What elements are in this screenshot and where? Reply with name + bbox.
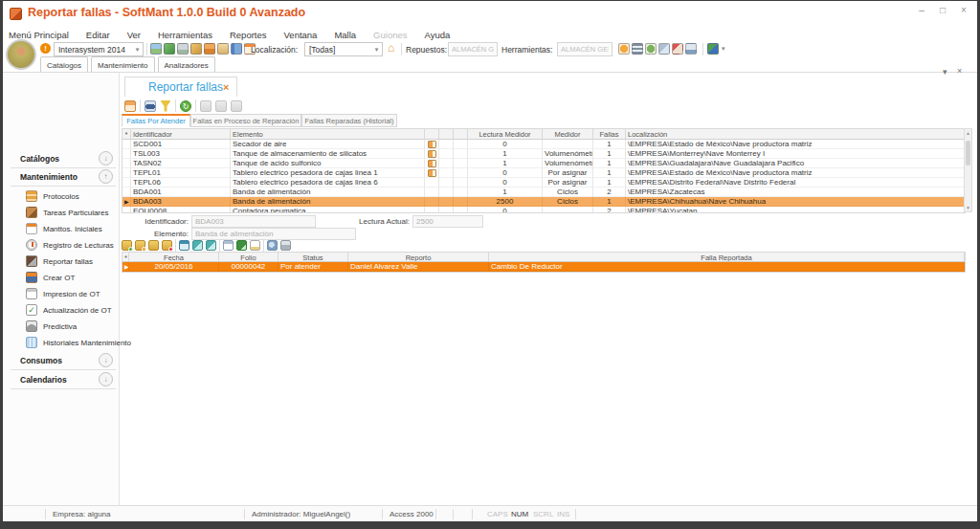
maximize-button[interactable]: □: [936, 5, 949, 15]
sidebar-item-historiales-mantenimiento[interactable]: Historiales Mantenimiento: [26, 337, 131, 348]
table-row[interactable]: SCD001 Secador de aire 0 1 \EMPRESA\Esta…: [122, 140, 965, 149]
list-icon[interactable]: [632, 43, 643, 55]
col-falla-reportada[interactable]: Falla Reportada: [489, 253, 965, 262]
scroll-down-icon[interactable]: ▼: [965, 205, 971, 210]
print-icon[interactable]: [280, 240, 291, 251]
sidebar-item-predictiva[interactable]: Predictiva: [26, 320, 77, 332]
sidebar-section-calendarios[interactable]: Calendarios: [20, 375, 67, 385]
collapse-arrow-icon[interactable]: ↓: [99, 151, 113, 165]
col-elemento[interactable]: Elemento: [231, 129, 425, 140]
tools-icon[interactable]: [190, 43, 202, 55]
book-icon[interactable]: [231, 43, 242, 55]
sidebar-item-tareas-particulares[interactable]: Tareas Particulares: [26, 207, 108, 218]
table-row[interactable]: TSL003 Tanque de almacenamiento de silic…: [122, 149, 965, 159]
close-button[interactable]: ×: [957, 5, 970, 15]
table-row[interactable]: TASN02 Tanque de acido sulfonico 1 Volum…: [122, 159, 965, 168]
table-row[interactable]: BDA001 Banda de alimentación 1 Ciclos 2 …: [122, 187, 965, 197]
table-row-selected[interactable]: ▶ 20/05/2016 00000042 Por atender Daniel…: [122, 262, 965, 272]
col-localizacion[interactable]: Localización: [626, 129, 965, 140]
menu-malla[interactable]: Malla: [333, 28, 357, 42]
tab-analizadores[interactable]: Analizadores: [158, 56, 215, 73]
sidebar-item-manttos-iniciales[interactable]: Manttos. Iniciales: [26, 223, 102, 234]
export-icon[interactable]: [685, 43, 697, 55]
home-icon[interactable]: ⌂: [388, 42, 394, 54]
preview-icon[interactable]: [267, 240, 278, 251]
chevron-down-icon[interactable]: ▾: [722, 45, 725, 53]
layers-icon[interactable]: [204, 43, 215, 55]
col-status[interactable]: Status: [278, 253, 348, 262]
tab-close-icon[interactable]: ×: [223, 81, 229, 93]
col-folio[interactable]: Folio: [219, 253, 278, 262]
repuestos-input[interactable]: [448, 42, 498, 56]
users-icon[interactable]: [164, 43, 175, 55]
menu-herramientas[interactable]: Herramientas: [157, 28, 213, 42]
sidebar-item-impresion-de-ot[interactable]: Impresion de OT: [26, 288, 100, 299]
add-record-icon[interactable]: [122, 240, 132, 251]
subtab-fallas-reparadas[interactable]: Fallas Reparadas (Historial): [301, 114, 397, 127]
sidebar-item-registro-de-lecturas[interactable]: Registro de Lecturas: [26, 239, 114, 251]
gear-icon[interactable]: [645, 43, 657, 55]
vertical-scrollbar[interactable]: ▲ ▼: [964, 128, 972, 212]
building-icon[interactable]: [177, 43, 189, 55]
table-row[interactable]: TEPL06 Tablero electrico pesadora de caj…: [122, 178, 965, 187]
herramientas-input[interactable]: [557, 42, 612, 56]
sidebar-section-catalogos[interactable]: Catálogos: [20, 154, 59, 164]
photo-indicator-icon[interactable]: [428, 150, 436, 158]
picture-icon[interactable]: [150, 43, 162, 55]
col-medidor[interactable]: Medidor: [543, 129, 593, 140]
copy-icon[interactable]: [658, 43, 670, 55]
excel-export-icon[interactable]: [236, 240, 247, 251]
menu-editar[interactable]: Editar: [85, 28, 111, 42]
scroll-up-icon[interactable]: ▲: [965, 130, 971, 136]
settings-icon[interactable]: [618, 43, 630, 55]
sidebar-item-reportar-fallas[interactable]: Reportar fallas: [26, 255, 93, 267]
layout-icon[interactable]: [124, 100, 136, 112]
filter-icon[interactable]: [160, 100, 171, 112]
photo-indicator-icon[interactable]: [428, 169, 436, 177]
pin-icon[interactable]: [672, 43, 683, 55]
scrollbar-thumb[interactable]: [966, 141, 970, 165]
document-tab-reportar-fallas[interactable]: Reportar fallas ×: [124, 77, 237, 97]
edit-record-icon[interactable]: [135, 240, 145, 251]
col-fecha[interactable]: Fecha: [129, 253, 219, 262]
paste-icon[interactable]: [179, 240, 189, 251]
table-row[interactable]: TEPL01 Tablero electrico pesadora de caj…: [122, 168, 965, 178]
subtab-fallas-en-proceso[interactable]: Fallas en Proceso de Reparación: [190, 114, 301, 127]
col-reporto[interactable]: Reporto: [348, 253, 489, 262]
collapse-arrow-icon[interactable]: ↓: [99, 372, 113, 386]
col-fallas[interactable]: Fallas: [593, 129, 626, 140]
menu-ventana[interactable]: Ventana: [283, 28, 319, 42]
app-shortcut-icon[interactable]: [707, 43, 719, 55]
folder-icon[interactable]: [217, 43, 229, 55]
sidebar-section-consumos[interactable]: Consumos: [20, 356, 62, 365]
search-icon[interactable]: [145, 100, 156, 112]
subtab-fallas-por-atender[interactable]: Fallas Por Atender: [122, 114, 190, 127]
document-close-icon[interactable]: ×: [957, 66, 962, 76]
sidebar-item-crear-ot[interactable]: Crear OT: [26, 272, 75, 283]
collapse-arrow-icon[interactable]: ↓: [99, 353, 113, 367]
notes-icon[interactable]: [250, 240, 260, 251]
table-row-selected[interactable]: ▶ BDA003 Banda de alimentación 2500 Cicl…: [122, 197, 965, 207]
tab-catalogos[interactable]: Catálogos: [40, 56, 88, 73]
document-menu-caret-icon[interactable]: ▾: [943, 67, 947, 77]
sidebar-item-actualizacion-de-ot[interactable]: ✓ Actualización de OT: [26, 304, 112, 316]
refresh-icon[interactable]: ↻: [180, 100, 191, 112]
table-row[interactable]: EQU0008 Contadora neumatica 0 2 \EMPRESA…: [122, 207, 965, 213]
col-identificador[interactable]: Identificador: [131, 129, 231, 140]
col-lectura-medidor[interactable]: Lectura Medidor: [468, 129, 543, 140]
view-record-icon[interactable]: [148, 240, 159, 251]
menu-ver[interactable]: Ver: [126, 28, 142, 42]
calendar-icon[interactable]: [223, 240, 234, 251]
tab-mantenimiento[interactable]: Mantenimiento: [91, 56, 154, 73]
expand-arrow-icon[interactable]: ↑: [99, 169, 113, 184]
lectura-actual-field[interactable]: [412, 215, 483, 228]
expand-icon[interactable]: [192, 240, 203, 251]
sidebar-item-protocolos[interactable]: Protocolos: [26, 190, 79, 202]
menu-reportes[interactable]: Reportes: [229, 28, 268, 42]
identificador-field[interactable]: [191, 215, 316, 228]
localizacion-select[interactable]: [Todas] ▾: [304, 42, 383, 56]
photo-indicator-icon[interactable]: [428, 160, 436, 167]
company-select[interactable]: Interasystem 2014 ▾: [54, 42, 144, 56]
delete-record-icon[interactable]: [162, 240, 172, 251]
collapse-icon[interactable]: [206, 240, 216, 251]
